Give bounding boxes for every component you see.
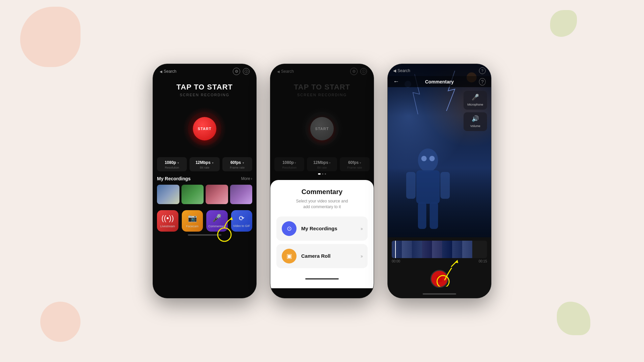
phone2-title: TAP TO START bbox=[270, 83, 374, 92]
scroll-dot-3 bbox=[325, 173, 326, 175]
phone3-home-bar bbox=[423, 293, 456, 295]
phone2-my-recordings-option[interactable]: ⊙ My Recordings ›› bbox=[276, 217, 368, 241]
phone3-time-start: 00:00 bbox=[392, 259, 400, 263]
phone1-status-bar: ◀ Search ⚙ ⓘ bbox=[153, 64, 256, 76]
phone1-framerate-pill[interactable]: 60fps ▾ Frame rate bbox=[222, 157, 252, 171]
phone1-search-label: Search bbox=[164, 69, 176, 74]
phone1-back-nav[interactable]: ◀ Search bbox=[160, 69, 176, 74]
phone1-grid-livestream[interactable]: ((•)) Livestream bbox=[157, 210, 178, 232]
phone3-record-button[interactable] bbox=[430, 270, 448, 288]
phone1-grid-livestream-label: Livestream bbox=[160, 225, 175, 228]
commentary-icon: 🎤 bbox=[212, 214, 221, 223]
phone3-title-bar: ← Commentary ? bbox=[388, 76, 491, 87]
phone2-info-icon[interactable]: ⓘ bbox=[360, 68, 367, 75]
phone2-status-right: ⚙ ⓘ bbox=[350, 68, 367, 75]
phone1-start-button[interactable]: START bbox=[193, 117, 216, 140]
phone1-bitrate-label: Bit rate bbox=[192, 166, 217, 169]
phone3-right-panel: 🎤 Microphone 🔊 Volume bbox=[464, 91, 487, 131]
volume-icon: 🔊 bbox=[467, 115, 484, 122]
phone2-recordings-arrow: ›› bbox=[361, 226, 362, 231]
phone3-back-button[interactable]: ← bbox=[393, 78, 399, 85]
phone2-camera-roll-option[interactable]: ▣ Camera Roll ›› bbox=[276, 244, 368, 268]
phone2-start-button: START bbox=[310, 117, 334, 140]
svg-point-10 bbox=[429, 156, 435, 161]
phone1-resolution-value: 1080p bbox=[165, 160, 176, 165]
phone1-thumbnail-1[interactable] bbox=[157, 185, 179, 204]
phone3-video: ◀ Search ? ← Commentary ? bbox=[388, 64, 491, 237]
phone1-back-arrow: ◀ bbox=[160, 70, 162, 73]
phone1-bitrate-pill[interactable]: 12Mbps ▾ Bit rate bbox=[190, 157, 219, 171]
phone3-home-indicator bbox=[388, 291, 491, 298]
phone1-thumbnail-4[interactable] bbox=[230, 185, 253, 204]
phone1-resolution-label: Resolution bbox=[160, 166, 184, 169]
phone2-bitrate-pill: 12Mbps ▾ Bit rate bbox=[307, 157, 337, 171]
phone1-subtitle: SCREEN RECORDING bbox=[153, 93, 256, 97]
phone2-record-mid: START bbox=[305, 112, 339, 145]
videogif-icon: ⟳ bbox=[239, 214, 245, 222]
phone2-camera-label: Camera Roll bbox=[301, 253, 361, 259]
phone1-bitrate-value: 12Mbps bbox=[196, 160, 211, 165]
phone3-volume-btn[interactable]: 🔊 Volume bbox=[464, 112, 487, 131]
phone1-thumbnail-3[interactable] bbox=[206, 185, 228, 204]
svg-rect-6 bbox=[440, 172, 450, 199]
phone2-camera-arrow: ›› bbox=[361, 253, 362, 259]
phone3-timeline-times: 00:00 00:15 bbox=[392, 258, 487, 263]
phone3-back-nav[interactable]: ◀ Search bbox=[393, 68, 410, 73]
svg-rect-5 bbox=[406, 172, 416, 199]
phone-1: ◀ Search ⚙ ⓘ TAP TO START SCREEN RECORDI… bbox=[153, 64, 257, 298]
phone1-grid-facecam-label: Facecam bbox=[186, 225, 199, 228]
phone1-grid-commentary[interactable]: 🎤 Commentary bbox=[206, 210, 228, 232]
phone3-timeline-cursor[interactable] bbox=[395, 241, 396, 258]
phone1-settings-icon[interactable]: ⚙ bbox=[233, 68, 240, 75]
phone2-top-section: ◀ Search ⚙ ⓘ TAP TO START SCREEN RECORDI… bbox=[270, 64, 374, 180]
phone2-subtitle: SCREEN RECORDING bbox=[270, 93, 374, 97]
phone-2: ◀ Search ⚙ ⓘ TAP TO START SCREEN RECORDI… bbox=[270, 64, 374, 298]
phone1-bottom-grid: ((•)) Livestream 📷 Facecam 🎤 Commentary … bbox=[153, 207, 256, 232]
phone3-help-space: ? bbox=[476, 79, 486, 85]
tf-1 bbox=[392, 241, 402, 258]
tf-8 bbox=[462, 241, 472, 258]
bg-blob-bottom-left bbox=[40, 302, 80, 342]
phone1-grid-facecam[interactable]: 📷 Facecam bbox=[182, 210, 203, 232]
svg-point-9 bbox=[421, 156, 427, 161]
phone3-status-bar: ◀ Search ? bbox=[388, 64, 491, 76]
phone1-tap-to-start: TAP TO START SCREEN RECORDING bbox=[153, 76, 256, 100]
phone1-recordings-title: My Recordings bbox=[157, 176, 191, 181]
phone3-bottom bbox=[388, 266, 491, 291]
microphone-icon: 🎤 bbox=[467, 94, 484, 101]
phone3-microphone-btn[interactable]: 🎤 Microphone bbox=[464, 91, 487, 110]
phone1-home-indicator bbox=[153, 232, 256, 239]
phone2-settings-icon[interactable]: ⚙ bbox=[350, 68, 358, 75]
phones-container: ◀ Search ⚙ ⓘ TAP TO START SCREEN RECORDI… bbox=[0, 0, 644, 362]
phone2-sheet: Commentary Select your video source anda… bbox=[270, 180, 374, 288]
phone3-microphone-label: Microphone bbox=[467, 103, 483, 106]
phone3-question-icon[interactable]: ? bbox=[479, 78, 486, 85]
phone2-framerate-pill: 60fps ▾ Frame rate bbox=[340, 157, 370, 171]
phone1-record-outer: START bbox=[183, 107, 226, 150]
phone3-timeline-bar[interactable] bbox=[392, 241, 487, 258]
tf-5 bbox=[432, 241, 442, 258]
phone2-home-bar bbox=[305, 278, 339, 280]
phone1-resolution-pill[interactable]: 1080p ▾ Resolution bbox=[157, 157, 187, 171]
phone2-record-outer: START bbox=[300, 107, 344, 150]
svg-rect-7 bbox=[418, 202, 426, 229]
phone1-grid-videogif-label: Video to GIF bbox=[233, 224, 250, 228]
tf-4 bbox=[422, 241, 432, 258]
phone1-recordings-header: My Recordings More › bbox=[157, 176, 252, 181]
phone1-grid-videogif[interactable]: ⟳ Video to GIF bbox=[231, 210, 253, 232]
svg-point-3 bbox=[418, 148, 438, 172]
phone3-record-inner bbox=[436, 276, 442, 282]
phone2-back-nav[interactable]: ◀ Search bbox=[277, 69, 294, 74]
phone3-help-icon[interactable]: ? bbox=[479, 67, 486, 74]
phone3-volume-label: Volume bbox=[470, 124, 480, 128]
phone2-tap-to-start: TAP TO START SCREEN RECORDING bbox=[270, 76, 374, 100]
phone2-settings-row: 1080p ▾ Resolution 12Mbps ▾ Bit rate 60f… bbox=[270, 157, 374, 171]
phone1-info-icon[interactable]: ⓘ bbox=[243, 68, 250, 75]
phone1-settings-row: 1080p ▾ Resolution 12Mbps ▾ Bit rate 60f… bbox=[153, 157, 256, 171]
phone1-more-button[interactable]: More › bbox=[241, 176, 252, 181]
livestream-icon: ((•)) bbox=[161, 214, 174, 223]
tf-6 bbox=[442, 241, 452, 258]
scroll-dot-1 bbox=[318, 173, 321, 175]
phone1-thumbnail-2[interactable] bbox=[181, 185, 204, 204]
phone3-search-label: Search bbox=[397, 68, 410, 73]
